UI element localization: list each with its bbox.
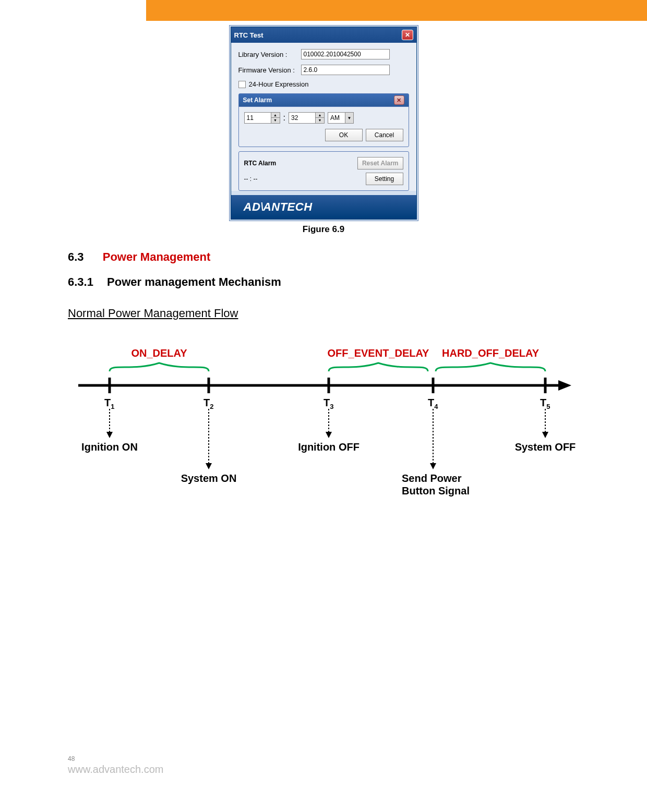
rtc-alarm-panel: RTC Alarm Reset Alarm -- : -- Setting xyxy=(238,151,409,191)
firmware-version-label: Firmware Version : xyxy=(238,66,301,74)
page-number: 48 xyxy=(68,755,579,762)
rtc-time-placeholder: -- : -- xyxy=(244,175,258,183)
logo-strip: AD\ANTECH xyxy=(231,195,416,219)
panel-close-icon[interactable]: ✕ xyxy=(394,95,404,105)
time-colon: : xyxy=(283,113,285,123)
svg-marker-13 xyxy=(106,432,113,438)
subsection-number: 6.3.1 xyxy=(68,275,93,288)
close-icon[interactable]: ✕ xyxy=(402,30,413,40)
svg-text:T5: T5 xyxy=(540,397,550,410)
system-on-label: System ON xyxy=(181,472,237,484)
svg-marker-1 xyxy=(558,380,571,391)
ignition-off-label: Ignition OFF xyxy=(298,441,360,453)
set-alarm-panel: Set Alarm ✕ ▲▼ : xyxy=(238,93,409,147)
chevron-down-icon[interactable]: ▼ xyxy=(345,112,354,124)
library-version-label: Library Version : xyxy=(238,51,301,58)
advantech-logo: AD\ANTECH xyxy=(244,200,313,214)
flow-title: Normal Power Management Flow xyxy=(68,307,579,320)
footer-url: www.advantech.com xyxy=(68,763,579,775)
checkbox-24hour[interactable] xyxy=(238,81,246,88)
subsection-title: Power management Mechanism xyxy=(107,275,281,288)
power-flow-diagram: ON_DELAY OFF_EVENT_DELAY HARD_OFF_DELAY … xyxy=(68,346,579,536)
svg-text:T3: T3 xyxy=(324,397,333,410)
page-footer: 48 www.advantech.com xyxy=(68,755,579,775)
dialog-title: RTC Test xyxy=(234,31,263,39)
rtc-alarm-label: RTC Alarm xyxy=(244,160,277,167)
firmware-version-field[interactable]: 2.6.0 xyxy=(301,65,390,75)
spin-up-icon[interactable]: ▲ xyxy=(271,113,280,118)
subsection-heading: 6.3.1 Power management Mechanism xyxy=(68,275,579,289)
hour-input[interactable] xyxy=(244,112,271,124)
svg-text:T2: T2 xyxy=(203,397,213,410)
svg-marker-15 xyxy=(206,463,212,469)
ok-button[interactable]: OK xyxy=(325,129,363,141)
section-title: Power Management xyxy=(103,250,211,263)
spin-down-icon[interactable]: ▼ xyxy=(271,118,280,123)
ampm-combo[interactable]: ▼ xyxy=(328,112,354,124)
spin-down-icon[interactable]: ▼ xyxy=(316,118,324,123)
svg-marker-19 xyxy=(430,463,436,469)
set-alarm-title: Set Alarm xyxy=(243,96,272,104)
ignition-on-label: Ignition ON xyxy=(81,441,138,453)
off-event-delay-label: OFF_EVENT_DELAY xyxy=(328,347,430,359)
minute-spinner[interactable]: ▲▼ xyxy=(289,112,325,124)
section-number: 6.3 xyxy=(68,250,84,263)
hard-off-delay-label: HARD_OFF_DELAY xyxy=(442,347,540,359)
figure-container: RTC Test ✕ Library Version : 010002.2010… xyxy=(68,25,579,235)
svg-text:T4: T4 xyxy=(428,397,438,410)
svg-text:T1: T1 xyxy=(104,397,114,410)
checkbox-24hour-label: 24-Hour Expression xyxy=(249,80,309,88)
send-power-label: Send Power xyxy=(402,472,462,484)
system-off-label: System OFF xyxy=(515,441,576,453)
figure-caption: Figure 6.9 xyxy=(303,224,344,235)
on-delay-label: ON_DELAY xyxy=(131,347,187,359)
ampm-input[interactable] xyxy=(328,112,345,124)
button-signal-label: Button Signal xyxy=(402,485,470,496)
setting-button[interactable]: Setting xyxy=(366,173,403,185)
reset-alarm-button[interactable]: Reset Alarm xyxy=(357,157,403,169)
dialog-titlebar: RTC Test ✕ xyxy=(231,27,416,43)
section-heading: 6.3 Power Management xyxy=(68,250,579,264)
svg-marker-21 xyxy=(542,432,548,438)
header-bar xyxy=(0,0,647,21)
spin-up-icon[interactable]: ▲ xyxy=(316,113,324,118)
svg-marker-17 xyxy=(326,432,332,438)
minute-input[interactable] xyxy=(289,112,316,124)
library-version-field[interactable]: 010002.2010042500 xyxy=(301,49,390,59)
cancel-button[interactable]: Cancel xyxy=(366,129,403,141)
hour-spinner[interactable]: ▲▼ xyxy=(244,112,280,124)
header-white-box xyxy=(0,0,146,21)
